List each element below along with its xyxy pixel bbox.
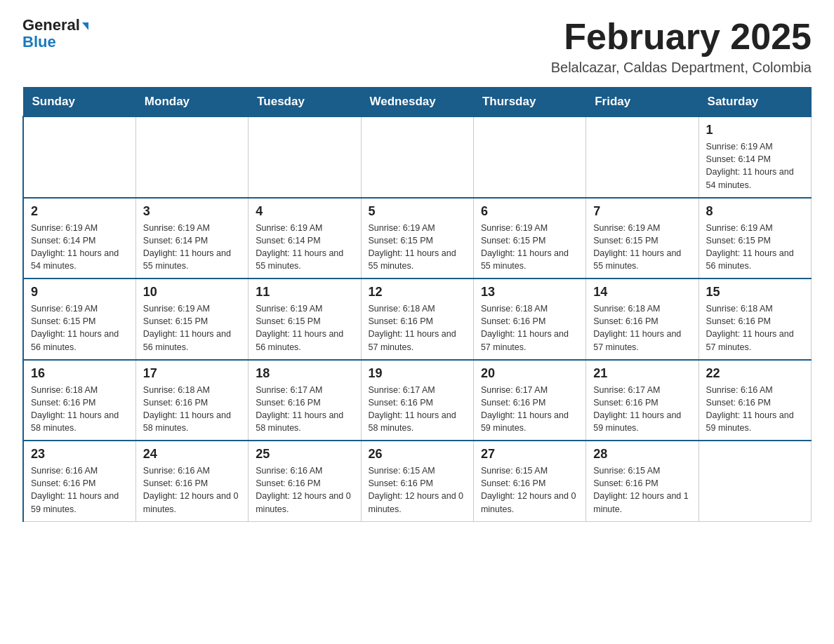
day-number: 10 [143,285,241,300]
calendar-cell: 10Sunrise: 6:19 AM Sunset: 6:15 PM Dayli… [135,279,248,360]
calendar-cell: 28Sunrise: 6:15 AM Sunset: 6:16 PM Dayli… [586,441,699,521]
calendar-week-row: 16Sunrise: 6:18 AM Sunset: 6:16 PM Dayli… [23,360,812,441]
day-number: 8 [706,204,804,219]
day-of-week-header: Friday [586,88,699,117]
day-number: 6 [481,204,578,219]
day-number: 2 [31,204,128,219]
calendar-cell: 21Sunrise: 6:17 AM Sunset: 6:16 PM Dayli… [586,360,699,441]
day-number: 21 [593,366,691,381]
day-number: 5 [369,204,466,219]
day-number: 26 [369,447,466,462]
logo-arrow-icon [82,22,88,30]
day-number: 14 [593,285,691,300]
day-info: Sunrise: 6:19 AM Sunset: 6:15 PM Dayligh… [481,222,578,273]
day-number: 9 [31,285,128,300]
day-of-week-header: Monday [135,88,248,117]
calendar-week-row: 2Sunrise: 6:19 AM Sunset: 6:14 PM Daylig… [23,198,812,279]
day-of-week-header: Tuesday [249,88,361,117]
logo-general: General [22,16,80,34]
title-area: February 2025 Belalcazar, Caldas Departm… [551,17,812,76]
day-info: Sunrise: 6:17 AM Sunset: 6:16 PM Dayligh… [369,384,466,435]
day-info: Sunrise: 6:19 AM Sunset: 6:14 PM Dayligh… [31,222,128,273]
calendar-cell [23,116,135,198]
day-number: 16 [31,366,128,381]
logo-blue: Blue [22,33,56,51]
day-number: 1 [706,123,804,137]
day-info: Sunrise: 6:18 AM Sunset: 6:16 PM Dayligh… [593,302,691,354]
calendar-week-row: 23Sunrise: 6:16 AM Sunset: 6:16 PM Dayli… [23,441,812,521]
page-header: General Blue February 2025 Belalcazar, C… [22,17,812,76]
day-number: 13 [481,285,578,300]
calendar-cell: 7Sunrise: 6:19 AM Sunset: 6:15 PM Daylig… [586,198,699,279]
calendar-cell: 19Sunrise: 6:17 AM Sunset: 6:16 PM Dayli… [361,360,473,441]
calendar-cell: 13Sunrise: 6:18 AM Sunset: 6:16 PM Dayli… [473,279,585,360]
calendar-cell: 9Sunrise: 6:19 AM Sunset: 6:15 PM Daylig… [23,279,135,360]
calendar-table: SundayMondayTuesdayWednesdayThursdayFrid… [22,87,812,522]
calendar-cell: 14Sunrise: 6:18 AM Sunset: 6:16 PM Dayli… [586,279,699,360]
calendar-cell: 11Sunrise: 6:19 AM Sunset: 6:15 PM Dayli… [249,279,361,360]
day-number: 28 [593,447,691,462]
day-info: Sunrise: 6:17 AM Sunset: 6:16 PM Dayligh… [593,384,691,435]
calendar-cell: 8Sunrise: 6:19 AM Sunset: 6:15 PM Daylig… [699,198,811,279]
day-info: Sunrise: 6:15 AM Sunset: 6:16 PM Dayligh… [481,464,578,516]
calendar-cell: 3Sunrise: 6:19 AM Sunset: 6:14 PM Daylig… [135,198,248,279]
calendar-cell [699,441,811,521]
day-number: 23 [31,447,128,462]
calendar-week-row: 9Sunrise: 6:19 AM Sunset: 6:15 PM Daylig… [23,279,812,360]
calendar-cell: 20Sunrise: 6:17 AM Sunset: 6:16 PM Dayli… [473,360,585,441]
day-number: 7 [593,204,691,219]
day-info: Sunrise: 6:16 AM Sunset: 6:16 PM Dayligh… [31,464,128,516]
day-info: Sunrise: 6:19 AM Sunset: 6:14 PM Dayligh… [256,222,353,273]
day-info: Sunrise: 6:15 AM Sunset: 6:16 PM Dayligh… [593,464,691,516]
calendar-cell: 16Sunrise: 6:18 AM Sunset: 6:16 PM Dayli… [23,360,135,441]
logo-text: General Blue [22,17,88,51]
day-info: Sunrise: 6:19 AM Sunset: 6:15 PM Dayligh… [143,302,241,354]
calendar-cell [249,116,361,198]
calendar-cell: 2Sunrise: 6:19 AM Sunset: 6:14 PM Daylig… [23,198,135,279]
calendar-cell: 18Sunrise: 6:17 AM Sunset: 6:16 PM Dayli… [249,360,361,441]
day-info: Sunrise: 6:19 AM Sunset: 6:14 PM Dayligh… [706,140,804,192]
day-info: Sunrise: 6:17 AM Sunset: 6:16 PM Dayligh… [256,384,353,435]
calendar-cell: 22Sunrise: 6:16 AM Sunset: 6:16 PM Dayli… [699,360,811,441]
day-number: 12 [369,285,466,300]
day-of-week-header: Thursday [473,88,585,117]
day-info: Sunrise: 6:18 AM Sunset: 6:16 PM Dayligh… [143,384,241,435]
calendar-cell [473,116,585,198]
day-info: Sunrise: 6:19 AM Sunset: 6:14 PM Dayligh… [143,222,241,273]
calendar-title: February 2025 [551,17,812,57]
day-info: Sunrise: 6:19 AM Sunset: 6:15 PM Dayligh… [593,222,691,273]
calendar-cell: 12Sunrise: 6:18 AM Sunset: 6:16 PM Dayli… [361,279,473,360]
day-number: 27 [481,447,578,462]
day-info: Sunrise: 6:16 AM Sunset: 6:16 PM Dayligh… [256,464,353,516]
day-number: 19 [369,366,466,381]
calendar-cell [135,116,248,198]
calendar-cell: 1Sunrise: 6:19 AM Sunset: 6:14 PM Daylig… [699,116,811,198]
day-number: 25 [256,447,353,462]
day-info: Sunrise: 6:18 AM Sunset: 6:16 PM Dayligh… [369,302,466,354]
day-info: Sunrise: 6:19 AM Sunset: 6:15 PM Dayligh… [369,222,466,273]
calendar-cell: 5Sunrise: 6:19 AM Sunset: 6:15 PM Daylig… [361,198,473,279]
day-number: 22 [706,366,804,381]
calendar-cell: 27Sunrise: 6:15 AM Sunset: 6:16 PM Dayli… [473,441,585,521]
calendar-cell: 6Sunrise: 6:19 AM Sunset: 6:15 PM Daylig… [473,198,585,279]
day-number: 3 [143,204,241,219]
day-of-week-header: Saturday [699,88,811,117]
day-number: 17 [143,366,241,381]
calendar-week-row: 1Sunrise: 6:19 AM Sunset: 6:14 PM Daylig… [23,116,812,198]
day-info: Sunrise: 6:19 AM Sunset: 6:15 PM Dayligh… [256,302,353,354]
calendar-cell: 26Sunrise: 6:15 AM Sunset: 6:16 PM Dayli… [361,441,473,521]
day-of-week-header: Sunday [23,88,135,117]
calendar-cell: 17Sunrise: 6:18 AM Sunset: 6:16 PM Dayli… [135,360,248,441]
calendar-header-row: SundayMondayTuesdayWednesdayThursdayFrid… [23,88,812,117]
day-info: Sunrise: 6:16 AM Sunset: 6:16 PM Dayligh… [143,464,241,516]
day-info: Sunrise: 6:16 AM Sunset: 6:16 PM Dayligh… [706,384,804,435]
day-number: 20 [481,366,578,381]
day-number: 15 [706,285,804,300]
logo: General Blue [22,17,88,51]
calendar-cell: 23Sunrise: 6:16 AM Sunset: 6:16 PM Dayli… [23,441,135,521]
day-of-week-header: Wednesday [361,88,473,117]
calendar-cell: 24Sunrise: 6:16 AM Sunset: 6:16 PM Dayli… [135,441,248,521]
day-number: 4 [256,204,353,219]
day-info: Sunrise: 6:17 AM Sunset: 6:16 PM Dayligh… [481,384,578,435]
calendar-cell [361,116,473,198]
